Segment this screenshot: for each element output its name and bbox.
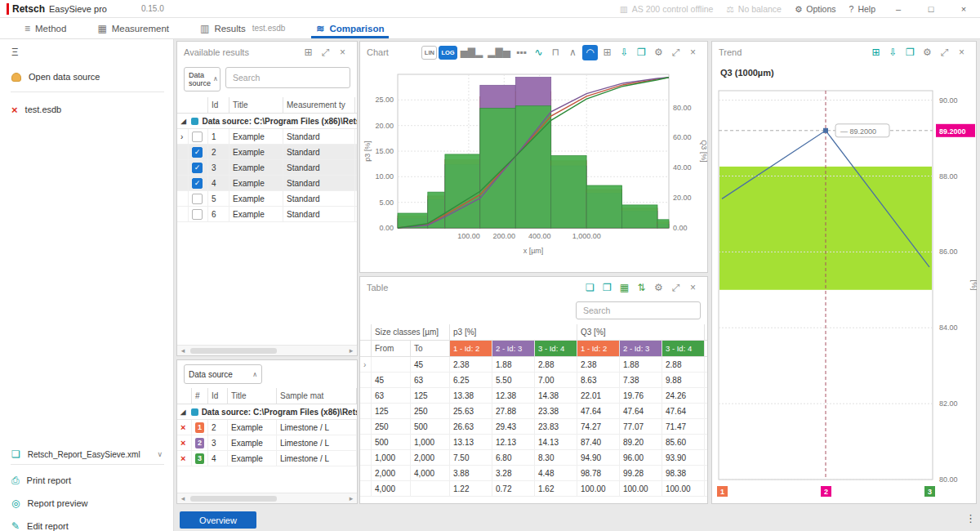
linear-scale-button[interactable]: LIN <box>421 46 437 60</box>
results-search-input[interactable] <box>225 67 350 88</box>
group-row[interactable]: ◢Data source: C:\Program Files (x86)\Ret… <box>177 114 357 129</box>
expand-button[interactable]: ⤢ <box>668 45 684 60</box>
row-checkbox[interactable]: ✓ <box>192 163 203 173</box>
save-button[interactable]: ⇩ <box>617 45 632 60</box>
scroll-left-icon[interactable]: ◂ <box>177 494 189 502</box>
log-scale-button[interactable]: LOG <box>439 46 457 60</box>
settings-button[interactable]: ⚙ <box>651 280 666 296</box>
sort-button[interactable]: ⇅ <box>634 280 649 296</box>
scrollbar-track[interactable] <box>189 495 345 502</box>
chevron-down-icon[interactable]: ∨ <box>157 450 163 458</box>
export-button[interactable]: ❏ <box>582 280 598 296</box>
data-source-file-item[interactable]: × test.esdb <box>0 100 174 119</box>
minimize-button[interactable]: – <box>889 4 908 14</box>
copy-button[interactable]: ❐ <box>599 280 615 296</box>
cell-p3-value: 27.88 <box>492 404 535 418</box>
close-button[interactable]: × <box>685 45 701 60</box>
cell-p3-value: 23.83 <box>535 419 577 434</box>
expand-button[interactable]: ⤢ <box>937 45 952 60</box>
row-checkbox[interactable]: ✓ <box>192 147 203 158</box>
report-file-item[interactable]: ❏ Retsch_Report_EasySieve.xml ∨ <box>0 444 174 464</box>
particle-size-chart[interactable]: 0.005.0010.0015.0020.0025.000.0020.0040.… <box>362 65 707 259</box>
horizontal-scrollbar[interactable]: ◂ ▸ <box>177 493 357 503</box>
row-checkbox[interactable] <box>192 194 203 204</box>
table-columns-button[interactable]: ▦ <box>617 280 632 296</box>
scroll-right-icon[interactable]: ▸ <box>345 346 357 355</box>
horizontal-scrollbar[interactable]: ◂ ▸ <box>177 345 357 355</box>
close-button[interactable]: × <box>335 45 350 60</box>
edit-report-button[interactable]: ✎ Edit report <box>0 516 174 531</box>
copy-button[interactable]: ❐ <box>902 45 918 60</box>
open-data-source-button[interactable]: Open data source <box>0 67 174 87</box>
tab-measurement[interactable]: ▦Measurement <box>97 18 169 38</box>
result-row[interactable]: ✓3ExampleStandard <box>177 160 357 176</box>
remove-datasource-icon[interactable]: × <box>11 104 18 116</box>
row-checkbox[interactable] <box>192 132 203 142</box>
maximize-button[interactable]: □ <box>921 4 941 14</box>
datasource-dropdown[interactable]: Data source ∧ <box>184 364 262 384</box>
layout-grid-button[interactable]: ⊞ <box>301 45 316 60</box>
help-button[interactable]: ? Help <box>849 4 875 14</box>
window-close-button[interactable]: × <box>954 4 973 14</box>
table-row[interactable]: 5001,00013.1312.1314.1387.4089.2085.60 <box>360 435 707 450</box>
svg-text:88.00: 88.00 <box>939 172 958 181</box>
result-row[interactable]: ›1ExampleStandard <box>177 129 357 145</box>
table-row[interactable]: 1,0002,0007.506.808.3094.9096.0093.90 <box>360 450 707 466</box>
table-row[interactable]: 6312513.3812.3814.3822.0119.7624.26 <box>360 388 707 404</box>
histogram-outline-button[interactable]: ▂▇▅ <box>486 45 512 60</box>
copy-button[interactable]: ❐ <box>634 45 649 60</box>
histogram-dashed-button[interactable]: ▪▪▪ <box>514 45 529 60</box>
peak-curve-button[interactable]: ∧ <box>565 45 581 60</box>
remove-result-button[interactable]: × <box>180 438 185 448</box>
selected-result-row[interactable]: ×23ExampleLimestone / L <box>177 435 357 451</box>
scroll-left-icon[interactable]: ◂ <box>177 346 189 355</box>
result-row[interactable]: ✓4ExampleStandard <box>177 176 357 191</box>
group-by-dropdown[interactable]: Data source ∧ <box>184 67 220 91</box>
result-row[interactable]: 6ExampleStandard <box>177 207 357 222</box>
row-checkbox[interactable]: ✓ <box>192 178 203 189</box>
row-checkbox[interactable] <box>192 209 203 220</box>
expander-icon[interactable]: ◢ <box>179 408 188 416</box>
table-row[interactable]: 25050026.6329.4323.8374.2777.0771.47 <box>360 419 707 435</box>
table-row[interactable]: 4,0001.220.721.62100.00100.00100.00 <box>360 481 707 497</box>
remove-result-button[interactable]: × <box>180 422 185 432</box>
tab-comparison[interactable]: ≋Comparison <box>316 18 384 38</box>
curve-button[interactable]: ∿ <box>531 45 546 60</box>
area-curve-button[interactable]: ◠ <box>582 45 598 60</box>
expander-icon[interactable]: ◢ <box>179 118 188 125</box>
scroll-right-icon[interactable]: ▸ <box>345 494 357 502</box>
selected-result-row[interactable]: ×34ExampleLimestone / L <box>177 451 357 466</box>
remove-result-button[interactable]: × <box>180 453 185 463</box>
report-preview-button[interactable]: ◎ Report preview <box>0 493 174 513</box>
close-button[interactable]: × <box>685 280 701 296</box>
trend-chart[interactable]: 80.0082.0084.0086.0088.0090.00— 89.20008… <box>712 83 977 501</box>
group-row[interactable]: ◢Data source: C:\Program Files (x86)\Ret… <box>177 404 357 420</box>
options-button[interactable]: ⚙ Options <box>795 4 836 14</box>
tab-results[interactable]: ▥Resultstest.esdb <box>200 18 285 38</box>
table-row[interactable]: 2,0004,0003.883.284.4898.7899.2898.38 <box>360 466 707 481</box>
expand-button[interactable]: ⤢ <box>318 45 333 60</box>
scrollbar-track[interactable] <box>189 347 345 355</box>
grid-button[interactable]: ⊞ <box>868 45 884 60</box>
selected-result-row[interactable]: ×12ExampleLimestone / L <box>177 420 357 435</box>
result-row[interactable]: 5ExampleStandard <box>177 191 357 207</box>
tab-method[interactable]: ≡Method <box>24 18 66 38</box>
print-report-button[interactable]: ⎙ Print report <box>0 471 174 490</box>
scrollbar-thumb[interactable] <box>190 496 277 502</box>
more-menu-button[interactable]: ⋮ <box>965 512 976 524</box>
overview-button[interactable]: Overview <box>180 511 256 529</box>
table-search-input[interactable] <box>576 301 701 319</box>
grid-button[interactable]: ⊞ <box>599 45 615 60</box>
table-row[interactable]: ›452.381.882.882.381.882.88 <box>360 357 707 373</box>
result-row[interactable]: ✓2ExampleStandard <box>177 145 357 160</box>
histogram-button[interactable]: ▅▇▂ <box>459 45 485 60</box>
close-button[interactable]: × <box>954 45 969 60</box>
scrollbar-thumb[interactable] <box>190 348 277 354</box>
expand-button[interactable]: ⤢ <box>668 280 684 296</box>
settings-button[interactable]: ⚙ <box>920 45 935 60</box>
table-row[interactable]: 12525025.6327.8823.3847.6447.6447.64 <box>360 404 707 419</box>
step-curve-button[interactable]: ⊓ <box>548 45 564 60</box>
table-row[interactable]: 45636.255.507.008.637.389.88 <box>360 373 707 388</box>
settings-button[interactable]: ⚙ <box>651 45 666 60</box>
save-button[interactable]: ⇩ <box>885 45 901 60</box>
